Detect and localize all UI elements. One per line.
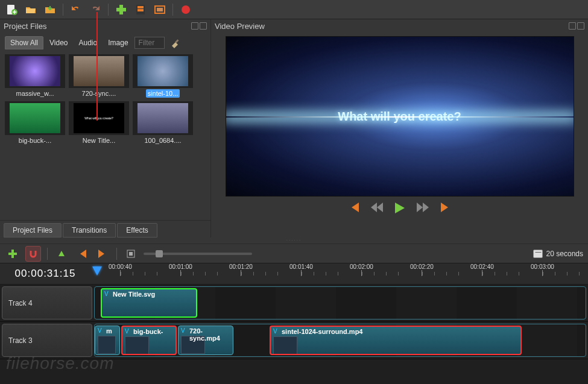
prev-marker-button[interactable] bbox=[74, 246, 90, 262]
rewind-button[interactable] bbox=[371, 203, 383, 213]
clip-video-icon: V bbox=[125, 328, 129, 335]
playback-controls bbox=[348, 197, 452, 216]
filter-tab-image[interactable]: Image bbox=[103, 37, 133, 49]
undock-icon[interactable] bbox=[569, 22, 576, 30]
timeline-ruler[interactable]: 00:00:31:15 00:00:4000:01:0000:01:2000:0… bbox=[0, 263, 588, 285]
tab-project-files[interactable]: Project Files bbox=[4, 223, 62, 238]
undo-button[interactable] bbox=[68, 2, 84, 17]
clip-thumbnail bbox=[273, 336, 297, 354]
svg-rect-5 bbox=[138, 6, 144, 8]
separator bbox=[172, 4, 173, 16]
jump-end-button[interactable] bbox=[440, 203, 452, 213]
timeline-clip[interactable]: Vm bbox=[95, 326, 120, 355]
track-body[interactable]: VmVbig-buck-V720-sync.mp4Vsintel-1024-su… bbox=[94, 324, 586, 357]
redo-button[interactable] bbox=[87, 2, 103, 17]
svg-rect-14 bbox=[129, 252, 133, 256]
zoom-scale-icon[interactable] bbox=[533, 250, 543, 258]
splitter-handle[interactable]: ······ bbox=[0, 238, 588, 244]
play-button[interactable] bbox=[394, 203, 406, 213]
video-preview-frame[interactable]: What will you create? bbox=[226, 36, 574, 197]
filter-tab-audio[interactable]: Audio bbox=[74, 37, 103, 49]
file-item[interactable]: massive_w... bbox=[5, 54, 65, 98]
clip-label: big-buck- bbox=[133, 328, 163, 335]
clip-video-icon: V bbox=[104, 291, 109, 297]
clip-label: m bbox=[106, 327, 112, 335]
video-preview-titlebar: Video Preview bbox=[211, 19, 588, 33]
svg-point-9 bbox=[182, 5, 190, 14]
current-timecode: 00:00:31:15 bbox=[0, 263, 90, 284]
close-panel-icon[interactable] bbox=[200, 22, 207, 30]
svg-rect-3 bbox=[116, 8, 126, 11]
track-header[interactable]: Track 3 bbox=[2, 324, 92, 357]
timeline-clip[interactable]: VNew Title.svg bbox=[101, 288, 197, 318]
timeline-clip[interactable]: Vbig-buck- bbox=[121, 326, 177, 355]
close-panel-icon[interactable] bbox=[577, 22, 584, 30]
filter-input[interactable] bbox=[134, 37, 165, 49]
track-body[interactable]: VNew Title.svg bbox=[94, 286, 586, 319]
track-header[interactable]: Track 4 bbox=[2, 286, 92, 319]
project-files-title: Project Files bbox=[4, 22, 47, 31]
timeline-clip[interactable]: V720-sync.mp4 bbox=[178, 326, 233, 355]
timeline-tracks: filehorse.com Track 4VNew Title.svgTrack… bbox=[0, 285, 588, 384]
clip-thumbnail bbox=[98, 336, 116, 354]
clip-label: New Title.svg bbox=[113, 291, 155, 298]
track-row: Track 3VmVbig-buck-V720-sync.mp4Vsintel-… bbox=[0, 322, 588, 359]
separator bbox=[63, 4, 63, 16]
timeline-clip[interactable]: Vsintel-1024-surround.mp4 bbox=[270, 326, 522, 355]
zoom-slider-knob[interactable] bbox=[156, 250, 163, 257]
fast-forward-button[interactable] bbox=[417, 203, 429, 213]
svg-rect-8 bbox=[157, 8, 163, 11]
clip-video-icon: V bbox=[273, 328, 277, 335]
separator bbox=[47, 248, 48, 260]
clip-thumbnail bbox=[125, 336, 149, 354]
clip-label: sintel-1024-surround.mp4 bbox=[282, 328, 362, 335]
playhead-line[interactable] bbox=[96, 12, 98, 121]
open-project-button[interactable] bbox=[23, 2, 39, 17]
center-playhead-button[interactable] bbox=[123, 246, 139, 262]
tab-effects[interactable]: Effects bbox=[117, 223, 157, 238]
video-preview-panel: Video Preview What will you create? bbox=[211, 19, 588, 238]
timeline-toolbar: 20 seconds bbox=[0, 244, 588, 263]
snap-button[interactable] bbox=[25, 246, 41, 262]
filter-tab-video[interactable]: Video bbox=[45, 37, 72, 49]
svg-rect-12 bbox=[8, 253, 17, 255]
file-item[interactable]: 100_0684.... bbox=[133, 101, 193, 145]
ruler-ticks[interactable]: 00:00:4000:01:0000:01:2000:01:4000:02:00… bbox=[90, 263, 588, 284]
jump-start-button[interactable] bbox=[348, 203, 360, 213]
separator bbox=[108, 4, 109, 16]
file-item[interactable]: What will you create?New Title... bbox=[69, 101, 129, 145]
separator bbox=[116, 248, 117, 260]
save-project-button[interactable] bbox=[42, 2, 58, 17]
video-preview-title: Video Preview bbox=[215, 22, 265, 31]
filter-row: Show All Video Audio Image bbox=[0, 33, 210, 52]
project-files-titlebar: Project Files bbox=[0, 19, 210, 33]
import-files-button[interactable] bbox=[113, 2, 129, 17]
add-track-button[interactable] bbox=[5, 246, 21, 262]
zoom-scale-label: 20 seconds bbox=[546, 250, 583, 258]
project-files-panel: Project Files Show All Video Audio Image… bbox=[0, 19, 211, 238]
clip-video-icon: V bbox=[181, 327, 185, 334]
project-tabs: Project Files Transitions Effects bbox=[0, 220, 210, 238]
add-marker-button[interactable] bbox=[54, 246, 69, 262]
track-row: Track 4VNew Title.svg bbox=[0, 285, 588, 322]
fullscreen-button[interactable] bbox=[152, 2, 168, 17]
next-marker-button[interactable] bbox=[95, 246, 110, 262]
file-item[interactable]: sintel-10... bbox=[133, 54, 193, 98]
export-video-button[interactable] bbox=[178, 2, 194, 17]
file-item[interactable]: 720-sync.... bbox=[69, 54, 129, 98]
undock-icon[interactable] bbox=[191, 22, 198, 30]
file-item[interactable]: big-buck-... bbox=[5, 101, 65, 145]
clear-filter-icon[interactable] bbox=[169, 37, 180, 48]
tab-transitions[interactable]: Transitions bbox=[63, 223, 116, 238]
playhead-icon[interactable] bbox=[92, 266, 103, 277]
choose-profile-button[interactable] bbox=[133, 2, 148, 17]
svg-rect-6 bbox=[138, 9, 144, 11]
filter-tab-show-all[interactable]: Show All bbox=[5, 36, 43, 49]
main-toolbar bbox=[0, 0, 588, 19]
clip-label: 720-sync.mp4 bbox=[189, 327, 233, 342]
new-project-button[interactable] bbox=[4, 2, 19, 17]
zoom-slider[interactable] bbox=[144, 253, 252, 255]
project-files-grid: massive_w... 720-sync.... sintel-10... b… bbox=[0, 52, 210, 147]
lens-flare-decoration bbox=[226, 116, 574, 118]
clip-video-icon: V bbox=[98, 327, 102, 334]
